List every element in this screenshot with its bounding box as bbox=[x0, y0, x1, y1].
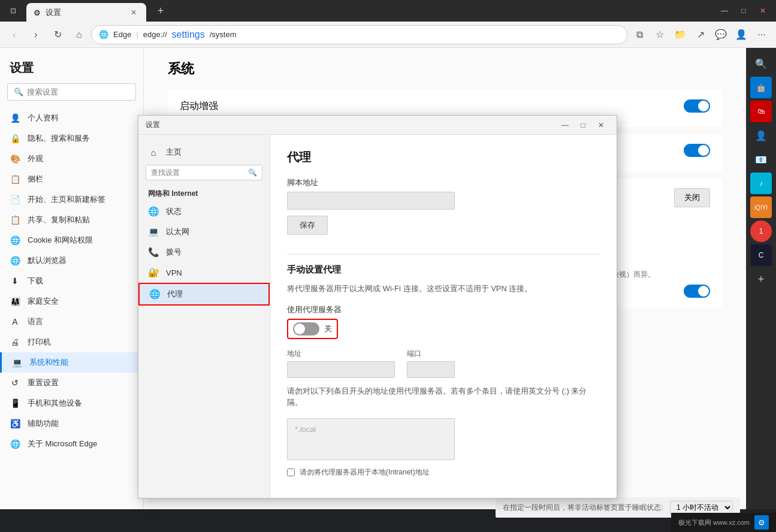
sidebar-item-appearance[interactable]: 🎨 外观 bbox=[0, 149, 143, 169]
sidebar-item-downloads[interactable]: ⬇ 下载 bbox=[0, 271, 143, 291]
inactive-select[interactable]: 1 小时不活动 bbox=[670, 501, 733, 514]
bottom-text: 在指定一段时间后，将非活动标签页置于睡眠状态: bbox=[503, 503, 663, 512]
sidebar-item-sidebar[interactable]: 📋 侧栏 bbox=[0, 169, 143, 189]
edge-tiktok-button[interactable]: ♪ bbox=[750, 173, 772, 194]
system-toggle-1[interactable] bbox=[684, 144, 710, 157]
maximize-button[interactable]: □ bbox=[735, 2, 752, 19]
intranet-checkbox-text: 请勿将代理服务器用于本地(Intranet)地址 bbox=[300, 467, 430, 477]
new-tab-button[interactable]: + bbox=[151, 2, 170, 19]
refresh-button[interactable]: ↻ bbox=[48, 25, 67, 44]
script-input[interactable] bbox=[287, 192, 455, 210]
proxy-use-toggle[interactable] bbox=[293, 322, 319, 335]
win-search-input[interactable] bbox=[151, 168, 244, 177]
intranet-checkbox-label[interactable]: 请勿将代理服务器用于本地(Intranet)地址 bbox=[287, 467, 600, 477]
edge-copilot-button[interactable]: 🤖 bbox=[750, 77, 772, 98]
win-search-box[interactable]: 🔍 bbox=[146, 165, 262, 180]
edge-outlook-button[interactable]: 📧 bbox=[750, 149, 772, 170]
sidebar-item-family[interactable]: 👨‍👩‍👧 家庭安全 bbox=[0, 291, 143, 312]
more-button[interactable]: ··· bbox=[752, 25, 771, 44]
sidebar-item-privacy[interactable]: 🔒 隐私、搜索和服务 bbox=[0, 128, 143, 149]
sidebar-item-profile[interactable]: 👤 个人资料 bbox=[0, 108, 143, 128]
startup-toggle[interactable] bbox=[684, 99, 710, 113]
forward-button[interactable]: › bbox=[26, 25, 46, 44]
checkbox-row: 请勿将代理服务器用于本地(Intranet)地址 bbox=[287, 467, 600, 477]
sidebar-label-language: 语言 bbox=[28, 316, 43, 327]
vpn-nav-icon: 🔐 bbox=[148, 267, 159, 278]
win-home-nav-item[interactable]: ⌂ 主页 bbox=[138, 142, 270, 162]
edge-games-button[interactable]: 👤 bbox=[750, 125, 772, 146]
home-nav-icon: ⌂ bbox=[148, 147, 159, 158]
tab-close-button[interactable]: ✕ bbox=[128, 7, 139, 18]
nav-bar: ‹ › ↻ ⌂ 🌐 Edge | edge://settings/system … bbox=[0, 22, 776, 48]
collections-button[interactable]: 📁 bbox=[671, 25, 690, 44]
win-vpn-nav-item[interactable]: 🔐 VPN bbox=[138, 262, 270, 283]
sidebar-item-cookies[interactable]: 🌐 Cookie 和网站权限 bbox=[0, 230, 143, 250]
split-screen-button[interactable]: ⧉ bbox=[630, 25, 649, 44]
home-button[interactable]: ⌂ bbox=[70, 25, 89, 44]
windows-settings-overlay: 设置 — □ ✕ ⌂ 主页 🔍 网络和 Internet 🌐 状态 💻 bbox=[138, 115, 617, 498]
about-icon: 🌐 bbox=[10, 439, 20, 449]
win-minimize-button[interactable]: — bbox=[557, 118, 573, 132]
main-page-title: 系统 bbox=[168, 60, 722, 78]
win-status-nav-item[interactable]: 🌐 状态 bbox=[138, 201, 270, 222]
sidebar-item-about[interactable]: 🌐 关于 Microsoft Edge bbox=[0, 434, 143, 454]
sidebar-item-default-browser[interactable]: 🌐 默认浏览器 bbox=[0, 250, 143, 271]
feedback-button[interactable]: 💬 bbox=[711, 25, 730, 44]
proxy-port-label: 端口 bbox=[407, 349, 455, 359]
edge-iqiyi-button[interactable]: iQIYI bbox=[750, 197, 772, 218]
exceptions-textarea[interactable]: *.local bbox=[287, 418, 455, 460]
win-title-controls[interactable]: — □ ✕ bbox=[557, 118, 609, 132]
downloads-icon: ⬇ bbox=[10, 276, 20, 286]
restore-button[interactable]: ⊡ bbox=[5, 2, 22, 19]
sidebar-item-language[interactable]: A 语言 bbox=[0, 312, 143, 332]
sidebar-item-mobile[interactable]: 📱 手机和其他设备 bbox=[0, 393, 143, 413]
win-close-button[interactable]: ✕ bbox=[593, 118, 609, 132]
gear-icon: ⚙ bbox=[758, 518, 765, 527]
script-label: 脚本地址 bbox=[287, 177, 600, 188]
sidebar-item-share[interactable]: 📋 共享、复制和粘贴 bbox=[0, 210, 143, 230]
sidebar-label-privacy: 隐私、搜索和服务 bbox=[28, 133, 90, 144]
win-proxy-nav-item[interactable]: 🌐 代理 bbox=[138, 283, 270, 306]
win-dialup-nav-item[interactable]: 📞 拨号 bbox=[138, 242, 270, 262]
cookies-icon: 🌐 bbox=[10, 235, 20, 246]
ethernet-nav-icon: 💻 bbox=[148, 226, 159, 237]
close-button[interactable]: ✕ bbox=[754, 2, 771, 19]
favorites-button[interactable]: ☆ bbox=[650, 25, 669, 44]
printer-icon: 🖨 bbox=[10, 337, 20, 347]
sidebar-label-cookies: Cookie 和网站权限 bbox=[28, 235, 93, 246]
window-controls[interactable]: ⊡ bbox=[5, 2, 22, 19]
proxy-content: 代理 脚本地址 保存 手动设置代理 将代理服务器用于以太网或 Wi-Fi 连接。… bbox=[270, 135, 617, 498]
win-ethernet-nav-item[interactable]: 💻 以太网 bbox=[138, 222, 270, 242]
edge-shopping-button[interactable]: 🛍 bbox=[750, 101, 772, 122]
edge-add-button[interactable]: + bbox=[750, 268, 772, 290]
sidebar-item-system[interactable]: 💻 系统和性能 bbox=[0, 352, 143, 373]
proxy-addr-row: 地址 端口 bbox=[287, 349, 600, 378]
edge-badge-button[interactable]: 1 bbox=[750, 220, 772, 242]
settings-search-input[interactable] bbox=[27, 87, 129, 96]
profile-button[interactable]: 👤 bbox=[732, 25, 751, 44]
close-button-right[interactable]: 关闭 bbox=[674, 188, 710, 207]
sidebar-item-reset[interactable]: ↺ 重置设置 bbox=[0, 373, 143, 393]
save-button[interactable]: 保存 bbox=[287, 216, 328, 235]
proxy-port-input[interactable] bbox=[407, 361, 455, 378]
sidebar-item-accessibility[interactable]: ♿ 辅助功能 bbox=[0, 413, 143, 434]
settings-gear-button[interactable]: ⚙ bbox=[754, 515, 769, 530]
sidebar-label-browser: 默认浏览器 bbox=[28, 255, 67, 266]
last-toggle[interactable] bbox=[684, 285, 710, 298]
minimize-button[interactable]: — bbox=[716, 2, 733, 19]
back-button[interactable]: ‹ bbox=[5, 25, 24, 44]
settings-search-box[interactable]: 🔍 bbox=[7, 83, 136, 101]
address-bar[interactable]: 🌐 Edge | edge://settings/system bbox=[91, 25, 627, 44]
sidebar-label-share: 共享、复制和粘贴 bbox=[28, 214, 90, 225]
exceptions-placeholder: *.local bbox=[291, 422, 451, 436]
sidebar-item-printer[interactable]: 🖨 打印机 bbox=[0, 332, 143, 352]
title-bar: ⊡ ⚙ 设置 ✕ + — □ ✕ bbox=[0, 0, 776, 22]
proxy-address-input[interactable] bbox=[287, 361, 395, 378]
settings-tab[interactable]: ⚙ 设置 ✕ bbox=[26, 3, 146, 22]
win-maximize-button[interactable]: □ bbox=[575, 118, 591, 132]
edge-dark-button[interactable]: C bbox=[750, 244, 772, 266]
sidebar-item-start[interactable]: 📄 开始、主页和新建标签 bbox=[0, 189, 143, 210]
intranet-checkbox[interactable] bbox=[287, 468, 295, 476]
share-button[interactable]: ↗ bbox=[691, 25, 710, 44]
edge-search-button[interactable]: 🔍 bbox=[750, 53, 772, 74]
